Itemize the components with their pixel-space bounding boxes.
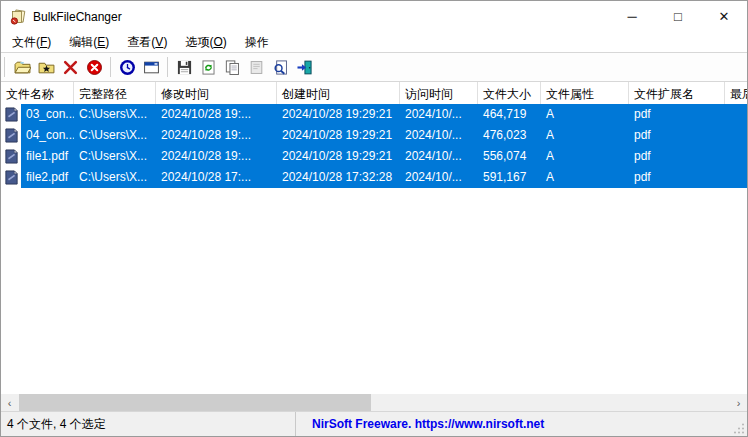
minimize-button[interactable]: ─ <box>609 1 655 32</box>
scrollbar-thumb[interactable] <box>19 394 371 411</box>
cell-path: C:\Users\X... <box>74 125 156 146</box>
cell-accessed: 2024/10/... <box>400 167 478 188</box>
list-empty-area <box>1 188 747 394</box>
save-button[interactable] <box>172 55 196 79</box>
file-row[interactable]: 03_con...C:\Users\X...2024/10/28 19:...2… <box>1 104 747 125</box>
nirsoft-link[interactable]: NirSoft Freeware. https://www.nirsoft.ne… <box>296 417 544 431</box>
exit-door-icon <box>296 59 313 76</box>
toolbar-separator <box>110 57 111 77</box>
file-list: 文件名称完整路径修改时间创建时间访问时间文件大小文件属性文件扩展名最后 03_c… <box>1 82 747 411</box>
cell-path: C:\Users\X... <box>74 104 156 125</box>
cell-accessed: 2024/10/... <box>400 146 478 167</box>
cell-size: 476,023 <box>478 125 541 146</box>
column-header[interactable]: 文件属性 <box>541 82 629 104</box>
cell-path: C:\Users\X... <box>74 146 156 167</box>
cell-ext: pdf <box>629 167 725 188</box>
properties-window-icon <box>143 59 160 76</box>
toolbar-separator <box>167 57 168 77</box>
remove-selected-button[interactable] <box>58 55 82 79</box>
column-header[interactable]: 完整路径 <box>74 82 156 104</box>
menu-item[interactable]: 选项(O) <box>176 32 235 52</box>
open-folder-icon <box>14 59 31 76</box>
cell-ext: pdf <box>629 125 725 146</box>
column-header[interactable]: 最后 <box>725 82 747 104</box>
cell-size: 464,719 <box>478 104 541 125</box>
cell-size: 556,074 <box>478 146 541 167</box>
cell-ext: pdf <box>629 146 725 167</box>
find-icon <box>272 59 289 76</box>
refresh-button[interactable] <box>196 55 220 79</box>
menu-bar: 文件(F)编辑(E)查看(V)选项(O)操作 <box>1 32 747 53</box>
cell-created: 2024/10/28 19:29:21 <box>277 104 400 125</box>
file-type-icon <box>1 167 21 188</box>
column-headers: 文件名称完整路径修改时间创建时间访问时间文件大小文件属性文件扩展名最后 <box>1 82 747 104</box>
cell-ext: pdf <box>629 104 725 125</box>
file-properties-disabled-icon <box>248 59 265 76</box>
cell-modified: 2024/10/28 19:... <box>156 125 277 146</box>
menu-item[interactable]: 查看(V) <box>118 32 176 52</box>
file-type-icon <box>1 104 21 125</box>
resize-grip-icon[interactable] <box>733 422 745 434</box>
toolbar-gripper <box>4 57 7 77</box>
column-header[interactable]: 创建时间 <box>277 82 400 104</box>
pdf-file-icon <box>4 170 19 185</box>
cell-created: 2024/10/28 17:32:28 <box>277 167 400 188</box>
refresh-icon <box>200 59 217 76</box>
exit-button[interactable] <box>292 55 316 79</box>
file-type-icon <box>1 125 21 146</box>
app-icon <box>10 9 26 25</box>
pdf-file-icon <box>4 107 19 122</box>
scroll-right-arrow[interactable]: › <box>730 394 747 411</box>
cell-name: file1.pdf <box>21 146 74 167</box>
bulkfilechanger-window: BulkFileChanger ─ □ ✕ 文件(F)编辑(E)查看(V)选项(… <box>0 0 748 437</box>
file-row[interactable]: 04_con...C:\Users\X...2024/10/28 19:...2… <box>1 125 747 146</box>
cell-attr: A <box>541 125 629 146</box>
menu-item[interactable]: 操作 <box>236 32 278 52</box>
column-header[interactable]: 文件扩展名 <box>629 82 725 104</box>
maximize-button[interactable]: □ <box>655 1 701 32</box>
toolbar <box>1 53 747 82</box>
copy-icon <box>224 59 241 76</box>
cell-size: 591,167 <box>478 167 541 188</box>
cell-name: 03_con... <box>21 104 74 125</box>
clear-list-button[interactable] <box>82 55 106 79</box>
close-button[interactable]: ✕ <box>701 1 747 32</box>
file-row[interactable]: file1.pdfC:\Users\X...2024/10/28 19:...2… <box>1 146 747 167</box>
window-title: BulkFileChanger <box>33 10 122 24</box>
horizontal-scrollbar[interactable]: ‹ › <box>1 394 747 411</box>
file-type-icon <box>1 146 21 167</box>
cell-modified: 2024/10/28 19:... <box>156 104 277 125</box>
column-header[interactable]: 文件大小 <box>478 82 541 104</box>
cell-name: file2.pdf <box>21 167 74 188</box>
cell-last <box>725 104 747 125</box>
change-time-button[interactable] <box>115 55 139 79</box>
title-bar: BulkFileChanger ─ □ ✕ <box>1 1 747 32</box>
red-x-icon <box>62 59 79 76</box>
cell-modified: 2024/10/28 17:... <box>156 167 277 188</box>
cell-path: C:\Users\X... <box>74 167 156 188</box>
cell-created: 2024/10/28 19:29:21 <box>277 125 400 146</box>
copy-button[interactable] <box>220 55 244 79</box>
window-controls: ─ □ ✕ <box>609 1 747 32</box>
cell-modified: 2024/10/28 19:... <box>156 146 277 167</box>
cell-attr: A <box>541 104 629 125</box>
open-files-button[interactable] <box>10 55 34 79</box>
column-header[interactable]: 修改时间 <box>156 82 277 104</box>
menu-item[interactable]: 文件(F) <box>3 32 60 52</box>
find-button[interactable] <box>268 55 292 79</box>
scrollbar-track[interactable] <box>18 394 730 411</box>
save-icon <box>176 59 193 76</box>
cell-created: 2024/10/28 19:29:21 <box>277 146 400 167</box>
column-header[interactable]: 文件名称 <box>1 82 74 104</box>
column-header[interactable]: 访问时间 <box>400 82 478 104</box>
add-by-wildcard-button[interactable] <box>34 55 58 79</box>
status-bar: 4 个文件, 4 个选定 NirSoft Freeware. https://w… <box>1 411 747 436</box>
list-body: 03_con...C:\Users\X...2024/10/28 19:...2… <box>1 104 747 188</box>
properties-window-button[interactable] <box>139 55 163 79</box>
file-properties-button[interactable] <box>244 55 268 79</box>
clock-icon <box>119 59 136 76</box>
menu-item[interactable]: 编辑(E) <box>60 32 118 52</box>
file-row[interactable]: file2.pdfC:\Users\X...2024/10/28 17:...2… <box>1 167 747 188</box>
scroll-left-arrow[interactable]: ‹ <box>1 394 18 411</box>
cell-accessed: 2024/10/... <box>400 125 478 146</box>
